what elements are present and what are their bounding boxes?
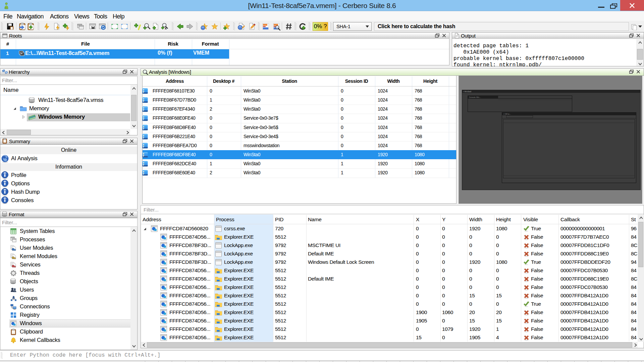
svg-text:x: x	[165, 26, 167, 30]
svg-text:▪ VM te...: ▪ VM te...	[503, 113, 511, 115]
svg-text:▪ WinSta0: ▪ WinSta0	[463, 90, 471, 93]
